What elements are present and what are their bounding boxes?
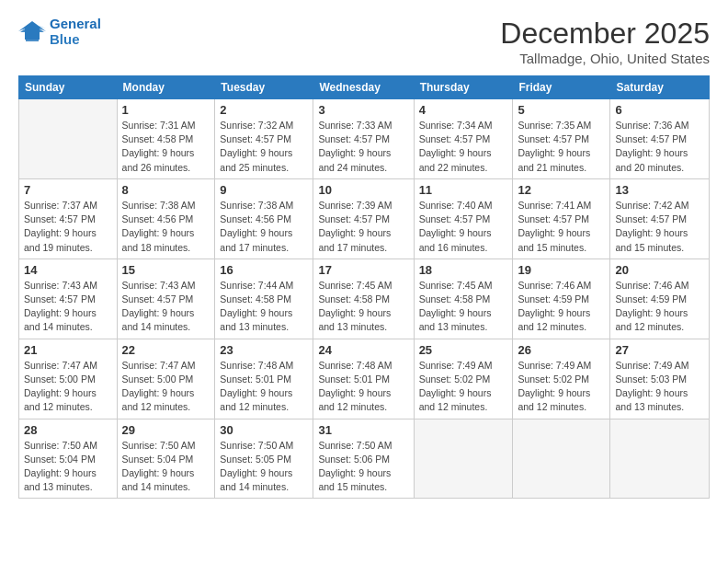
day-cell: 5Sunrise: 7:35 AMSunset: 4:57 PMDaylight…	[513, 99, 610, 179]
day-number: 28	[24, 423, 112, 437]
day-number: 18	[419, 263, 508, 277]
logo: General Blue	[18, 17, 101, 47]
location-title: Tallmadge, Ohio, United States	[500, 51, 710, 66]
day-info: Sunrise: 7:50 AMSunset: 5:05 PMDaylight:…	[220, 439, 308, 495]
day-info: Sunrise: 7:49 AMSunset: 5:03 PMDaylight:…	[615, 359, 704, 415]
col-monday: Monday	[117, 76, 215, 99]
day-number: 3	[318, 103, 408, 117]
header-row: Sunday Monday Tuesday Wednesday Thursday…	[19, 76, 710, 99]
day-cell: 6Sunrise: 7:36 AMSunset: 4:57 PMDaylight…	[610, 99, 710, 179]
day-number: 16	[220, 263, 308, 277]
day-info: Sunrise: 7:34 AMSunset: 4:57 PMDaylight:…	[419, 119, 508, 175]
day-info: Sunrise: 7:35 AMSunset: 4:57 PMDaylight:…	[518, 119, 605, 175]
day-info: Sunrise: 7:46 AMSunset: 4:59 PMDaylight:…	[615, 279, 704, 335]
day-number: 25	[419, 343, 508, 357]
logo-text: General Blue	[50, 17, 101, 47]
day-info: Sunrise: 7:36 AMSunset: 4:57 PMDaylight:…	[615, 119, 704, 175]
day-number: 24	[318, 343, 408, 357]
col-wednesday: Wednesday	[313, 76, 414, 99]
day-info: Sunrise: 7:42 AMSunset: 4:57 PMDaylight:…	[615, 199, 704, 255]
col-thursday: Thursday	[414, 76, 513, 99]
day-info: Sunrise: 7:37 AMSunset: 4:57 PMDaylight:…	[24, 199, 112, 255]
day-cell	[513, 419, 610, 499]
day-number: 13	[615, 183, 704, 197]
header: General Blue December 2025 Tallmadge, Oh…	[18, 17, 710, 66]
day-cell: 9Sunrise: 7:38 AMSunset: 4:56 PMDaylight…	[215, 178, 313, 259]
day-number: 7	[24, 183, 112, 197]
day-info: Sunrise: 7:47 AMSunset: 5:00 PMDaylight:…	[122, 359, 210, 415]
day-number: 21	[24, 343, 112, 357]
day-number: 6	[615, 103, 704, 117]
day-number: 4	[419, 103, 508, 117]
day-cell: 19Sunrise: 7:46 AMSunset: 4:59 PMDayligh…	[513, 259, 610, 339]
calendar-table: Sunday Monday Tuesday Wednesday Thursday…	[18, 75, 710, 499]
day-number: 26	[518, 343, 605, 357]
day-cell: 27Sunrise: 7:49 AMSunset: 5:03 PMDayligh…	[610, 339, 710, 419]
day-number: 20	[615, 263, 704, 277]
day-cell: 29Sunrise: 7:50 AMSunset: 5:04 PMDayligh…	[117, 419, 215, 499]
day-number: 31	[318, 423, 408, 437]
day-cell: 18Sunrise: 7:45 AMSunset: 4:58 PMDayligh…	[414, 259, 513, 339]
day-info: Sunrise: 7:44 AMSunset: 4:58 PMDaylight:…	[220, 279, 308, 335]
day-cell: 11Sunrise: 7:40 AMSunset: 4:57 PMDayligh…	[414, 178, 513, 259]
day-cell: 25Sunrise: 7:49 AMSunset: 5:02 PMDayligh…	[414, 339, 513, 419]
day-cell: 15Sunrise: 7:43 AMSunset: 4:57 PMDayligh…	[117, 259, 215, 339]
day-cell: 17Sunrise: 7:45 AMSunset: 4:58 PMDayligh…	[313, 259, 414, 339]
day-cell: 16Sunrise: 7:44 AMSunset: 4:58 PMDayligh…	[215, 259, 313, 339]
day-cell: 2Sunrise: 7:32 AMSunset: 4:57 PMDaylight…	[215, 99, 313, 179]
day-info: Sunrise: 7:40 AMSunset: 4:57 PMDaylight:…	[419, 199, 508, 255]
col-saturday: Saturday	[610, 76, 710, 99]
day-number: 11	[419, 183, 508, 197]
day-info: Sunrise: 7:47 AMSunset: 5:00 PMDaylight:…	[24, 359, 112, 415]
day-info: Sunrise: 7:43 AMSunset: 4:57 PMDaylight:…	[122, 279, 210, 335]
day-info: Sunrise: 7:50 AMSunset: 5:06 PMDaylight:…	[318, 439, 408, 495]
day-info: Sunrise: 7:46 AMSunset: 4:59 PMDaylight:…	[518, 279, 605, 335]
day-number: 8	[122, 183, 210, 197]
day-info: Sunrise: 7:48 AMSunset: 5:01 PMDaylight:…	[318, 359, 408, 415]
day-info: Sunrise: 7:49 AMSunset: 5:02 PMDaylight:…	[419, 359, 508, 415]
day-cell: 13Sunrise: 7:42 AMSunset: 4:57 PMDayligh…	[610, 178, 710, 259]
day-cell: 20Sunrise: 7:46 AMSunset: 4:59 PMDayligh…	[610, 259, 710, 339]
day-number: 1	[122, 103, 210, 117]
week-row-1: 7Sunrise: 7:37 AMSunset: 4:57 PMDaylight…	[19, 178, 710, 259]
day-info: Sunrise: 7:39 AMSunset: 4:57 PMDaylight:…	[318, 199, 408, 255]
day-cell	[414, 419, 513, 499]
day-info: Sunrise: 7:50 AMSunset: 5:04 PMDaylight:…	[24, 439, 112, 495]
title-area: December 2025 Tallmadge, Ohio, United St…	[500, 17, 710, 66]
day-info: Sunrise: 7:38 AMSunset: 4:56 PMDaylight:…	[122, 199, 210, 255]
day-number: 2	[220, 103, 308, 117]
day-info: Sunrise: 7:43 AMSunset: 4:57 PMDaylight:…	[24, 279, 112, 335]
day-cell: 24Sunrise: 7:48 AMSunset: 5:01 PMDayligh…	[313, 339, 414, 419]
month-title: December 2025	[500, 17, 710, 51]
day-info: Sunrise: 7:33 AMSunset: 4:57 PMDaylight:…	[318, 119, 408, 175]
logo-icon	[18, 19, 46, 45]
day-cell: 23Sunrise: 7:48 AMSunset: 5:01 PMDayligh…	[215, 339, 313, 419]
week-row-3: 21Sunrise: 7:47 AMSunset: 5:00 PMDayligh…	[19, 339, 710, 419]
day-number: 17	[318, 263, 408, 277]
day-info: Sunrise: 7:38 AMSunset: 4:56 PMDaylight:…	[220, 199, 308, 255]
day-cell	[19, 99, 118, 179]
day-cell: 21Sunrise: 7:47 AMSunset: 5:00 PMDayligh…	[19, 339, 118, 419]
day-number: 22	[122, 343, 210, 357]
day-cell: 28Sunrise: 7:50 AMSunset: 5:04 PMDayligh…	[19, 419, 118, 499]
week-row-0: 1Sunrise: 7:31 AMSunset: 4:58 PMDaylight…	[19, 99, 710, 179]
day-info: Sunrise: 7:50 AMSunset: 5:04 PMDaylight:…	[122, 439, 210, 495]
col-sunday: Sunday	[19, 76, 118, 99]
day-number: 5	[518, 103, 605, 117]
day-cell: 3Sunrise: 7:33 AMSunset: 4:57 PMDaylight…	[313, 99, 414, 179]
day-info: Sunrise: 7:31 AMSunset: 4:58 PMDaylight:…	[122, 119, 210, 175]
day-number: 23	[220, 343, 308, 357]
svg-marker-1	[18, 21, 46, 40]
day-cell: 7Sunrise: 7:37 AMSunset: 4:57 PMDaylight…	[19, 178, 118, 259]
day-cell: 12Sunrise: 7:41 AMSunset: 4:57 PMDayligh…	[513, 178, 610, 259]
day-cell: 4Sunrise: 7:34 AMSunset: 4:57 PMDaylight…	[414, 99, 513, 179]
day-cell: 31Sunrise: 7:50 AMSunset: 5:06 PMDayligh…	[313, 419, 414, 499]
day-number: 9	[220, 183, 308, 197]
day-info: Sunrise: 7:41 AMSunset: 4:57 PMDaylight:…	[518, 199, 605, 255]
day-cell: 30Sunrise: 7:50 AMSunset: 5:05 PMDayligh…	[215, 419, 313, 499]
day-cell: 22Sunrise: 7:47 AMSunset: 5:00 PMDayligh…	[117, 339, 215, 419]
day-number: 14	[24, 263, 112, 277]
week-row-2: 14Sunrise: 7:43 AMSunset: 4:57 PMDayligh…	[19, 259, 710, 339]
day-info: Sunrise: 7:32 AMSunset: 4:57 PMDaylight:…	[220, 119, 308, 175]
day-cell: 26Sunrise: 7:49 AMSunset: 5:02 PMDayligh…	[513, 339, 610, 419]
